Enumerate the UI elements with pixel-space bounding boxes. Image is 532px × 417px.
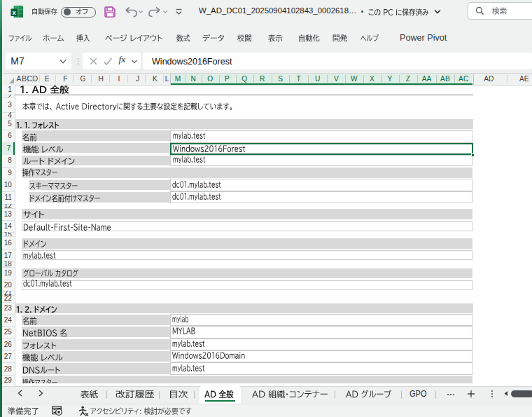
- svg-text:x: x: [13, 8, 17, 16]
